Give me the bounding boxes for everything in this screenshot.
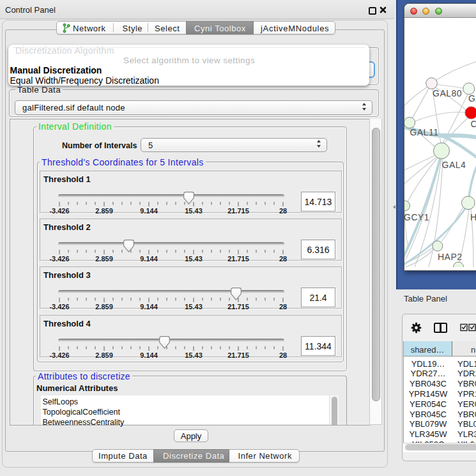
svg-text:GAL80: GAL80 — [433, 88, 462, 98]
svg-text:GCY1: GCY1 — [404, 212, 429, 222]
svg-text:GAL11: GAL11 — [410, 127, 438, 137]
svg-text:H: H — [470, 212, 476, 222]
svg-text:GAL4: GAL4 — [442, 160, 466, 170]
svg-text:GA: GA — [468, 93, 476, 104]
svg-text:C: C — [471, 119, 476, 129]
svg-text:HAP2: HAP2 — [438, 252, 463, 262]
